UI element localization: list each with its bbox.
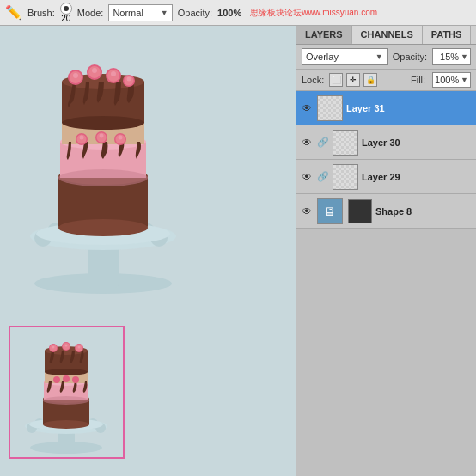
blend-opacity-row: Overlay ▼ Opacity: 15% ▼ — [296, 45, 476, 70]
layer-29-thumbnail — [333, 164, 358, 190]
svg-point-75 — [65, 345, 68, 347]
lock-pixels-button[interactable]: ⬜ — [329, 73, 343, 87]
svg-point-78 — [78, 346, 81, 349]
cake-small — [19, 332, 113, 456]
svg-point-30 — [92, 68, 97, 73]
panel-tabs: LAYERS CHANNELS PATHS — [296, 26, 476, 45]
svg-point-42 — [100, 134, 104, 138]
svg-point-72 — [52, 346, 55, 349]
layer-30-visibility[interactable]: 👁 — [300, 136, 314, 150]
svg-point-81 — [72, 376, 79, 383]
opacity-value: 15% — [435, 52, 459, 62]
layer-29-name: Layer 29 — [362, 172, 473, 182]
svg-point-27 — [73, 73, 78, 78]
blend-mode-value: Overlay — [306, 52, 339, 62]
svg-point-39 — [80, 136, 84, 140]
layers-panel: LAYERS CHANNELS PATHS Overlay ▼ Opacity:… — [296, 26, 476, 476]
opacity-arrow: ▼ — [461, 52, 468, 61]
brush-label: Brush: — [27, 8, 55, 18]
brush-size-value: 20 — [61, 15, 70, 23]
cake-large — [17, 34, 189, 292]
svg-point-64 — [43, 396, 89, 405]
shape-8-icon-thumb: 🖥 — [317, 198, 343, 224]
mode-dropdown-arrow: ▼ — [161, 9, 168, 17]
layer-31-thumbnail — [317, 95, 343, 121]
fill-arrow: ▼ — [461, 76, 468, 84]
svg-point-33 — [111, 71, 116, 76]
brush-size-control[interactable]: 20 — [60, 3, 72, 23]
cake-preview-box — [9, 326, 125, 459]
layer-item-29[interactable]: 👁 🔗 Layer 29 — [296, 160, 476, 194]
main-area: LAYERS CHANNELS PATHS Overlay ▼ Opacity:… — [0, 26, 476, 476]
svg-point-60 — [43, 420, 89, 429]
layer-item-31[interactable]: 👁 Layer 31 — [296, 91, 476, 125]
layer-31-visibility[interactable]: 👁 — [300, 101, 314, 115]
lock-all-button[interactable]: 🔒 — [363, 73, 377, 87]
svg-point-15 — [58, 219, 148, 236]
svg-point-36 — [127, 77, 131, 82]
opacity-label: Opacity: — [393, 52, 427, 62]
svg-point-69 — [45, 369, 88, 375]
blend-dropdown-arrow: ▼ — [375, 52, 383, 61]
layers-list: 👁 Layer 31 👁 🔗 Layer 30 👁 🔗 — [296, 91, 476, 476]
shape-8-visibility[interactable]: 👁 — [300, 204, 314, 218]
tab-channels[interactable]: CHANNELS — [352, 26, 423, 44]
shape-8-mask-thumb — [348, 199, 372, 223]
layer-item-shape8[interactable]: 👁 🖥 Shape 8 — [296, 194, 476, 229]
monitor-icon: 🖥 — [324, 204, 336, 218]
layer-30-link: 🔗 — [317, 137, 329, 149]
layer-29-visibility[interactable]: 👁 — [300, 170, 314, 184]
toolbar: ✏️ Brush: 20 Mode: Normal ▼ Opacity: 100… — [0, 0, 476, 26]
lock-label: Lock: — [302, 75, 324, 85]
mode-select[interactable]: Normal ▼ — [108, 4, 172, 21]
mode-value: Normal — [113, 8, 143, 18]
lock-position-button[interactable]: ✛ — [346, 73, 360, 87]
fill-label: Fill: — [411, 75, 425, 85]
shape-8-name: Shape 8 — [375, 206, 473, 217]
layer-30-name: Layer 30 — [362, 137, 473, 148]
opacity-value: 100% — [217, 8, 241, 18]
layer-29-link: 🔗 — [317, 171, 329, 183]
layer-30-thumbnail — [333, 130, 358, 156]
mode-label: Mode: — [77, 8, 104, 18]
fill-value: 100% — [435, 75, 459, 85]
svg-point-19 — [58, 169, 148, 186]
blend-mode-select[interactable]: Overlay ▼ — [302, 48, 388, 65]
watermark-text: 思缘板块论坛www.missyuan.com — [250, 7, 377, 19]
layer-31-name: Layer 31 — [346, 103, 473, 113]
svg-point-24 — [62, 116, 144, 130]
layer-item-30[interactable]: 👁 🔗 Layer 30 — [296, 125, 476, 160]
tab-paths[interactable]: PATHS — [423, 26, 472, 44]
brush-tool-icon: ✏️ — [5, 4, 22, 21]
tab-layers[interactable]: LAYERS — [296, 26, 352, 44]
svg-point-45 — [119, 136, 123, 140]
svg-point-80 — [63, 375, 70, 382]
canvas-area[interactable] — [0, 26, 296, 476]
opacity-label: Opacity: — [178, 8, 212, 18]
svg-point-79 — [53, 376, 60, 383]
lock-fill-row: Lock: ⬜ ✛ 🔒 Fill: 100% ▼ — [296, 70, 476, 91]
